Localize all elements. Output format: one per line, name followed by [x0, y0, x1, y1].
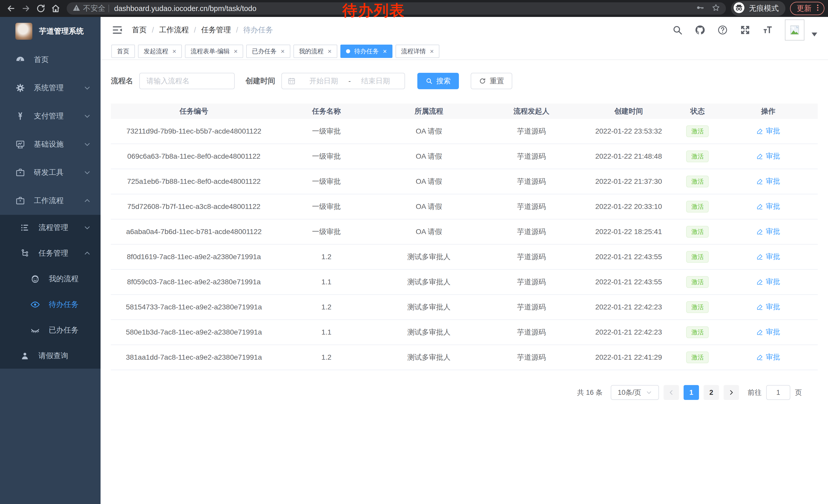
menu-dots-icon[interactable] [814, 4, 822, 13]
action-cell: 审批 [719, 176, 818, 187]
task-id-cell: 73211d9d-7b9b-11ec-b5b7-acde48001122 [111, 127, 277, 135]
edit-icon [756, 278, 763, 285]
breadcrumb-separator: / [236, 26, 238, 34]
breadcrumb: 首页/工作流程/任务管理/待办任务 [132, 25, 273, 35]
next-page-button[interactable] [723, 385, 739, 400]
status-badge: 激活 [686, 352, 709, 363]
avatar[interactable] [785, 19, 804, 41]
approve-link[interactable]: 审批 [756, 176, 780, 186]
tab-待办任务[interactable]: 待办任务× [340, 45, 392, 58]
status-cell: 激活 [676, 150, 719, 162]
sidebar-item-已办任务[interactable]: 已办任务 [0, 317, 100, 343]
goto-page-input[interactable]: 1 [766, 385, 790, 400]
tab-发起流程[interactable]: 发起流程× [138, 45, 182, 58]
tab-流程表单-编辑[interactable]: 流程表单-编辑× [185, 45, 243, 58]
task-id-cell: 8f059c03-7ac8-11ec-a9e2-a2380e71991a [111, 278, 277, 286]
task-name-cell: 1.2 [277, 303, 376, 311]
search-button[interactable]: 搜索 [417, 73, 459, 89]
table-column-header: 所属流程 [376, 106, 482, 116]
password-key-icon[interactable] [696, 3, 704, 14]
sidebar-item-label: 首页 [34, 55, 91, 65]
approve-link[interactable]: 审批 [756, 327, 780, 337]
header-actions [672, 19, 817, 41]
status-badge: 激活 [686, 125, 709, 137]
approve-link[interactable]: 审批 [756, 151, 780, 161]
sidebar-item-支付管理[interactable]: 支付管理 [0, 102, 100, 130]
sidebar-item-系统管理[interactable]: 系统管理 [0, 74, 100, 102]
tab-close-icon[interactable]: × [281, 48, 285, 55]
status-cell: 激活 [676, 251, 719, 263]
sidebar-item-首页[interactable]: 首页 [0, 46, 100, 74]
approve-link[interactable]: 审批 [756, 277, 780, 287]
approve-link-label: 审批 [766, 227, 780, 236]
sidebar-item-基础设施[interactable]: 基础设施 [0, 130, 100, 158]
tab-label: 待办任务 [354, 47, 379, 55]
reset-button[interactable]: 重置 [471, 73, 512, 89]
approve-link[interactable]: 审批 [756, 352, 780, 362]
font-size-icon[interactable] [762, 25, 773, 35]
sidebar-item-我的流程[interactable]: 我的流程 [0, 266, 100, 292]
tab-我的流程[interactable]: 我的流程× [293, 45, 337, 58]
tab-close-icon[interactable]: × [234, 48, 238, 55]
task-id-cell: 75d72608-7b7f-11ec-a3c8-acde48001122 [111, 202, 277, 211]
status-badge: 激活 [686, 226, 709, 238]
status-badge: 激活 [686, 276, 709, 288]
forward-icon[interactable] [18, 1, 33, 16]
search-icon[interactable] [672, 25, 683, 35]
sidebar-item-任务管理[interactable]: 任务管理 [0, 240, 100, 266]
tab-close-icon[interactable]: × [172, 48, 176, 55]
prev-page-button[interactable] [664, 385, 679, 400]
table-column-header: 流程发起人 [482, 106, 581, 116]
back-icon[interactable] [4, 1, 18, 16]
avatar-caret-icon[interactable] [812, 33, 817, 36]
breadcrumb-item[interactable]: 工作流程 [159, 25, 189, 35]
created-time-cell: 2022-01-22 23:53:32 [581, 127, 676, 135]
tab-首页[interactable]: 首页 [111, 45, 135, 58]
sidebar-collapse-icon[interactable] [111, 24, 123, 36]
home-icon[interactable] [48, 1, 63, 16]
sidebar-item-请假查询[interactable]: 请假查询 [0, 343, 100, 369]
task-id-cell: 725a1eb6-7b88-11ec-8ef0-acde48001122 [111, 177, 277, 186]
breadcrumb-item[interactable]: 任务管理 [201, 25, 231, 35]
sidebar-item-工作流程[interactable]: 工作流程 [0, 187, 100, 215]
url-text[interactable]: dashboard.yudao.iocoder.cn/bpm/task/todo [114, 4, 256, 13]
security-label: 不安全 [83, 3, 106, 13]
approve-link[interactable]: 审批 [756, 302, 780, 312]
sidebar-item-待办任务[interactable]: 待办任务 [0, 292, 100, 317]
breadcrumb-separator: / [152, 26, 154, 34]
approve-link[interactable]: 审批 [756, 227, 780, 236]
pagination: 共 16 条 10条/页 12 [111, 385, 818, 400]
update-button[interactable]: 更新 [790, 2, 824, 15]
sidebar-item-label: 我的流程 [49, 274, 91, 284]
approve-link-label: 审批 [766, 126, 780, 136]
process-cell: OA 请假 [376, 177, 482, 186]
page-button-2[interactable]: 2 [704, 385, 719, 400]
security-warning-icon[interactable] [72, 4, 81, 13]
tab-close-icon[interactable]: × [383, 48, 387, 55]
tab-已办任务[interactable]: 已办任务× [246, 45, 290, 58]
breadcrumb-item[interactable]: 首页 [132, 25, 147, 35]
page-button-1[interactable]: 1 [684, 385, 699, 400]
reload-icon[interactable] [33, 1, 48, 16]
fullscreen-icon[interactable] [740, 25, 750, 35]
help-icon[interactable] [717, 25, 728, 35]
approve-link[interactable]: 审批 [756, 252, 780, 262]
approve-link[interactable]: 审批 [756, 201, 780, 211]
app-logo[interactable]: 芋道管理系统 [0, 17, 100, 46]
tab-close-icon[interactable]: × [430, 48, 434, 55]
tab-流程详情[interactable]: 流程详情× [396, 45, 440, 58]
list-icon [20, 223, 30, 232]
approve-link[interactable]: 审批 [756, 126, 780, 136]
date-range-input[interactable]: 开始日期 - 结束日期 [281, 73, 405, 89]
sidebar-item-label: 任务管理 [38, 248, 75, 259]
page-size-select[interactable]: 10条/页 [611, 385, 659, 400]
active-tab-dot-icon [346, 49, 350, 53]
sidebar-item-研发工具[interactable]: 研发工具 [0, 158, 100, 187]
table-body: 73211d9d-7b9b-11ec-b5b7-acde48001122一级审批… [111, 119, 818, 370]
bookmark-star-icon[interactable] [711, 3, 720, 14]
github-icon[interactable] [695, 25, 705, 35]
sidebar-item-流程管理[interactable]: 流程管理 [0, 215, 100, 240]
tab-close-icon[interactable]: × [328, 48, 332, 55]
process-name-input[interactable]: 请输入流程名 [139, 73, 235, 89]
tab-label: 我的流程 [299, 47, 324, 55]
